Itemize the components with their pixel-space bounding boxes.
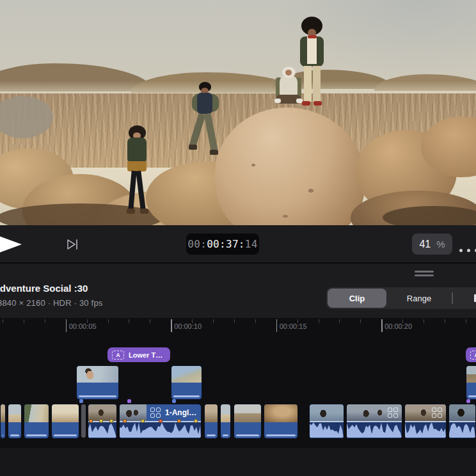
figure-standing-top	[294, 17, 330, 113]
clip-audio-stripe	[236, 434, 259, 436]
project-specs: 3840 × 2160 · HDR · 30 fps	[0, 298, 103, 308]
resize-handle[interactable]	[415, 271, 434, 278]
title-icon: A	[470, 351, 476, 360]
clip-audio-stripe	[173, 395, 200, 397]
clip-thumbnail	[77, 366, 118, 383]
waveform-area	[310, 422, 344, 438]
connection-dot	[79, 399, 83, 403]
clip-audio-stripe	[79, 395, 116, 397]
title-clip[interactable]: A	[466, 347, 476, 362]
clip-thumbnail	[205, 404, 218, 422]
timecode-main: 00:37:	[207, 238, 245, 250]
segment-range[interactable]: Range	[386, 287, 452, 309]
figure-standing-left	[123, 125, 152, 221]
clip-thumbnail	[24, 404, 49, 422]
clip-audio-stripe	[468, 395, 476, 397]
clip-thumbnail	[234, 404, 261, 422]
clip-marker	[177, 419, 181, 423]
clip-audio-stripe	[223, 434, 228, 436]
timecode-frames: 14	[245, 238, 258, 250]
connected-clip[interactable]	[76, 365, 119, 400]
connected-clip[interactable]	[171, 365, 202, 400]
audio-waveform	[88, 422, 116, 438]
timeline-clip[interactable]	[8, 404, 22, 439]
clip-thumbnail	[52, 404, 79, 422]
connected-clip[interactable]	[466, 365, 476, 400]
timeline-clip[interactable]	[448, 404, 476, 439]
clip-thumbnail	[449, 404, 475, 421]
video-preview	[0, 0, 476, 225]
timeline-clip[interactable]	[88, 404, 117, 439]
audio-waveform	[310, 422, 344, 438]
clip-marker	[123, 419, 127, 423]
clip-marker	[99, 419, 103, 423]
title-icon: A	[112, 351, 124, 360]
waveform-area	[405, 422, 446, 438]
figure-leaning	[186, 82, 225, 179]
transport-bar: 00:00:37:14 41 %	[0, 225, 476, 264]
timeline-clip[interactable]: 1-Angl…	[119, 404, 202, 439]
timecode-hours: 00:	[187, 238, 207, 250]
waveform-area	[449, 422, 475, 438]
clip-seam	[405, 421, 446, 422]
zoom-unit: %	[436, 239, 445, 250]
timeline-clip[interactable]	[0, 404, 6, 439]
connection-dot	[127, 399, 131, 403]
zoom-value: 41	[419, 239, 431, 250]
project-title: Adventure Social :30	[0, 283, 88, 294]
waveform-area	[120, 422, 201, 438]
audio-waveform	[347, 422, 402, 438]
multicam-icon	[388, 408, 398, 418]
clip-thumbnail	[264, 404, 298, 422]
clip-thumbnail	[310, 404, 344, 421]
clip-seam	[449, 421, 475, 422]
segment-clip[interactable]: Clip	[328, 289, 386, 308]
timeline-clip[interactable]	[204, 404, 218, 439]
zoom-level-button[interactable]: 41 %	[412, 234, 452, 255]
clip-audio-stripe	[207, 434, 216, 436]
play-icon[interactable]	[0, 234, 22, 255]
timeline-tracks: ALower T…A1-Angl…	[0, 318, 476, 476]
audio-waveform	[449, 422, 475, 438]
audio-waveform	[120, 422, 201, 438]
clip-thumbnail	[466, 366, 476, 383]
timeline-clip[interactable]	[51, 404, 79, 439]
audio-waveform	[405, 422, 446, 438]
title-clip-label: Lower T…	[129, 351, 163, 359]
clip-marker	[89, 419, 93, 423]
clip-thumbnail	[1, 404, 5, 422]
timeline-clip[interactable]	[24, 404, 49, 439]
timeline-clip[interactable]	[234, 404, 262, 439]
waveform-area	[347, 422, 402, 438]
clip-seam	[310, 421, 344, 422]
clip-thumbnail	[8, 404, 21, 422]
timecode-display[interactable]: 00:00:37:14	[186, 234, 259, 255]
clip-seam	[347, 421, 402, 422]
title-clip[interactable]: ALower T…	[107, 347, 170, 362]
timeline-clip[interactable]	[309, 404, 344, 439]
more-options-icon[interactable]	[459, 249, 476, 253]
timeline-clip[interactable]	[264, 404, 298, 439]
fcp-ipad-app: { "transport": { "timecode": {"dim_prefi…	[0, 0, 476, 476]
skip-to-end-icon[interactable]	[66, 238, 80, 251]
clip-audio-stripe	[10, 434, 19, 436]
waveform-area	[88, 422, 116, 438]
clip-label: 1-Angl…	[165, 408, 196, 417]
segment-divider	[452, 292, 453, 304]
timeline-clip[interactable]	[404, 404, 447, 439]
connection-dot	[172, 399, 176, 403]
clip-thumbnail	[171, 366, 202, 383]
timeline-clip[interactable]	[346, 404, 402, 439]
clip-marker	[109, 419, 113, 423]
clip-audio-stripe	[3, 434, 3, 436]
timeline-header: Adventure Social :30 3840 × 2160 · HDR ·…	[0, 264, 476, 318]
trim-mode-segmented-control: Clip Range	[326, 287, 476, 309]
clip-audio-stripe	[266, 434, 296, 436]
clip-marker	[194, 419, 198, 423]
rock-shadow	[383, 206, 476, 225]
timeline-clip[interactable]	[220, 404, 231, 439]
multicam-icon	[432, 408, 442, 418]
gap-clip[interactable]	[81, 404, 86, 438]
clip-marker	[141, 419, 145, 423]
clip-audio-stripe	[26, 434, 47, 436]
